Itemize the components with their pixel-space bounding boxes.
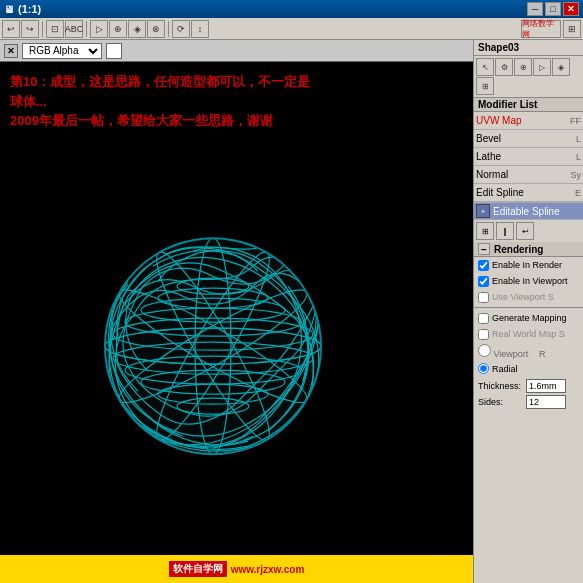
main-area: ✕ RGB Alpha RGB Alpha 第10：成型，这是思路，任何造型都可… <box>0 40 583 583</box>
viewport-close-btn[interactable]: ✕ <box>4 44 18 58</box>
viewport-radio[interactable] <box>478 344 491 357</box>
radial-divider: R <box>539 349 546 359</box>
toolbar-icon-7[interactable]: ◈ <box>128 20 146 38</box>
panel-icon-pointer[interactable]: ↖ <box>476 58 494 76</box>
panel-icon-modify[interactable]: ⚙ <box>495 58 513 76</box>
editable-spline-item[interactable]: + Editable Spline <box>474 202 583 220</box>
thickness-row: Thickness: <box>474 378 583 394</box>
anim-buttons: ⊞ ‖ ↩ <box>474 220 583 242</box>
modifier-bevel-name: Bevel <box>476 133 561 144</box>
enable-render-checkbox[interactable] <box>478 260 489 271</box>
enable-viewport-label: Enable In Viewport <box>492 276 567 286</box>
toolbar-icon-5[interactable]: ▷ <box>90 20 108 38</box>
modifier-normal[interactable]: Normal Sy <box>474 166 583 184</box>
minimize-button[interactable]: ─ <box>527 2 543 16</box>
modifier-lathe[interactable]: Lathe L <box>474 148 583 166</box>
viewport-radio-text: Viewport <box>494 349 529 359</box>
toolbar-icon-8[interactable]: ⊗ <box>147 20 165 38</box>
text-line-2: 球体... <box>10 92 310 112</box>
es-icon: + <box>476 204 490 218</box>
use-viewport-checkbox[interactable] <box>478 292 489 303</box>
enable-viewport-checkbox[interactable] <box>478 276 489 287</box>
separator-1 <box>474 307 583 308</box>
modifier-editspline-abbr: E <box>561 188 581 198</box>
panel-icon-utilities[interactable]: ⊞ <box>476 77 494 95</box>
anim-btn-1[interactable]: ⊞ <box>476 222 494 240</box>
thickness-input[interactable] <box>526 379 566 393</box>
generate-mapping-checkbox[interactable] <box>478 313 489 324</box>
viewport-toolbar: ✕ RGB Alpha RGB Alpha <box>0 40 473 62</box>
toolbar-icon-9[interactable]: ⟳ <box>172 20 190 38</box>
viewport-text: 第10：成型，这是思路，任何造型都可以，不一定是 球体... 2009年最后一帖… <box>10 72 310 131</box>
watermark-url: www.rjzxw.com <box>231 564 305 575</box>
modifier-normal-abbr: Sy <box>561 170 581 180</box>
title-bar: 🖥 (1:1) ─ □ ✕ <box>0 0 583 18</box>
modifier-lathe-abbr: L <box>561 152 581 162</box>
panel-icons: ↖ ⚙ ⊕ ▷ ◈ ⊞ <box>474 56 583 98</box>
modifier-bevel-abbr: L <box>561 134 581 144</box>
radial-radio-label: Radial <box>492 364 518 374</box>
radial-radio-row: Radial <box>478 361 579 376</box>
sphere-3d <box>93 226 333 468</box>
sides-row: Sides: <box>474 394 583 410</box>
params-area: − Rendering Enable In Render Enable In V… <box>474 242 583 583</box>
channel-select[interactable]: RGB Alpha RGB Alpha <box>22 43 102 59</box>
toolbar-icon-1[interactable]: ↩ <box>2 20 20 38</box>
sides-label: Sides: <box>478 397 523 407</box>
real-world-label: Real World Map S <box>492 329 565 339</box>
window-title: (1:1) <box>18 3 41 15</box>
viewport-radial-group: Viewport R Radial <box>474 342 583 378</box>
editable-spline-label: Editable Spline <box>493 206 560 217</box>
modifier-bevel[interactable]: Bevel L <box>474 130 583 148</box>
watermark-bar: 软件自学网 www.rjzxw.com <box>0 555 473 583</box>
generate-mapping-label: Generate Mapping <box>492 313 567 323</box>
website-label: 网络数学网 <box>521 20 561 38</box>
corner-icon-1[interactable]: ⊞ <box>563 20 581 38</box>
section-collapse-btn[interactable]: − <box>478 243 490 255</box>
toolbar-icon-4[interactable]: ABC <box>65 20 83 38</box>
rendering-label: Rendering <box>494 244 543 255</box>
generate-mapping-row: Generate Mapping <box>474 310 583 326</box>
right-panel: Shape03 ↖ ⚙ ⊕ ▷ ◈ ⊞ Modifier List UVW Ma… <box>473 40 583 583</box>
real-world-row: Real World Map S <box>474 326 583 342</box>
close-button[interactable]: ✕ <box>563 2 579 16</box>
radial-radio[interactable] <box>478 363 489 374</box>
thickness-label: Thickness: <box>478 381 523 391</box>
window-icon: 🖥 <box>4 4 14 15</box>
use-viewport-row: Use Viewport S <box>474 289 583 305</box>
enable-render-row: Enable In Render <box>474 257 583 273</box>
maximize-button[interactable]: □ <box>545 2 561 16</box>
anim-btn-2[interactable]: ‖ <box>496 222 514 240</box>
sides-input[interactable] <box>526 395 566 409</box>
toolbar-icon-6[interactable]: ⊕ <box>109 20 127 38</box>
shape-name: Shape03 <box>474 40 583 56</box>
modifier-uvwmap[interactable]: UVW Map FF <box>474 112 583 130</box>
modifier-uvwmap-abbr: FF <box>561 116 581 126</box>
modifier-normal-name: Normal <box>476 169 561 180</box>
viewport-area: ✕ RGB Alpha RGB Alpha 第10：成型，这是思路，任何造型都可… <box>0 40 473 583</box>
modifier-editspline-name: Edit Spline <box>476 187 561 198</box>
toolbar-icon-3[interactable]: ⊡ <box>46 20 64 38</box>
modifier-uvwmap-name: UVW Map <box>476 115 561 126</box>
panel-icon-display[interactable]: ◈ <box>552 58 570 76</box>
rendering-section-header: − Rendering <box>474 242 583 257</box>
use-viewport-label: Use Viewport S <box>492 292 554 302</box>
toolbar-icon-10[interactable]: ↕ <box>191 20 209 38</box>
enable-render-label: Enable In Render <box>492 260 562 270</box>
enable-viewport-row: Enable In Viewport <box>474 273 583 289</box>
modifier-editspline[interactable]: Edit Spline E <box>474 184 583 202</box>
real-world-checkbox[interactable] <box>478 329 489 340</box>
viewport-radio-label: Viewport R <box>478 344 579 359</box>
panel-icon-motion[interactable]: ▷ <box>533 58 551 76</box>
viewport-canvas: 第10：成型，这是思路，任何造型都可以，不一定是 球体... 2009年最后一帖… <box>0 62 473 583</box>
panel-icon-hierarchy[interactable]: ⊕ <box>514 58 532 76</box>
watermark-logo: 软件自学网 <box>169 561 227 577</box>
text-line-3: 2009年最后一帖，希望给大家一些思路，谢谢 <box>10 111 310 131</box>
top-toolbar: ↩ ↪ ⊡ ABC ▷ ⊕ ◈ ⊗ ⟳ ↕ 网络数学网 ⊞ <box>0 18 583 40</box>
anim-btn-3[interactable]: ↩ <box>516 222 534 240</box>
toolbar-icon-2[interactable]: ↪ <box>21 20 39 38</box>
modifier-list-label[interactable]: Modifier List <box>474 98 583 112</box>
modifier-lathe-name: Lathe <box>476 151 561 162</box>
color-swatch <box>106 43 122 59</box>
text-line-1: 第10：成型，这是思路，任何造型都可以，不一定是 <box>10 72 310 92</box>
